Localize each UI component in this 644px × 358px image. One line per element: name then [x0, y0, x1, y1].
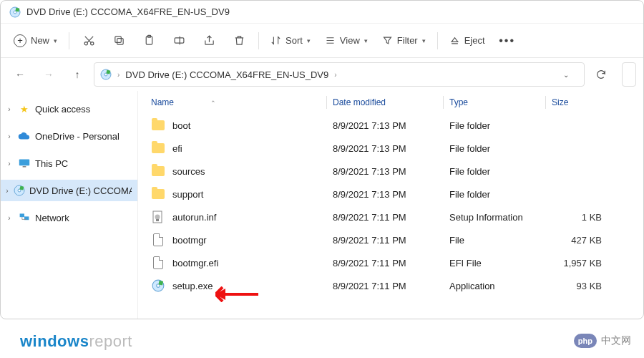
file-row[interactable]: sources8/9/2021 7:13 PMFile folder [138, 160, 643, 183]
chevron-right-icon: › [5, 214, 14, 222]
column-headers: Name ⌃ Date modified Type Size [138, 91, 643, 114]
sidebar-item-network[interactable]: › Network [1, 207, 137, 228]
back-button[interactable]: ← [8, 62, 32, 87]
file-type: File folder [444, 120, 545, 131]
paste-button[interactable] [135, 29, 162, 53]
navigation-sidebar: › ★ Quick access › OneDrive - Personal ›… [1, 91, 138, 319]
svg-rect-5 [117, 39, 123, 45]
file-date: 8/9/2021 7:11 PM [327, 281, 443, 291]
dvd-drive-icon [14, 184, 25, 197]
chevron-down-icon: ▾ [422, 37, 426, 44]
view-button[interactable]: View ▾ [319, 29, 374, 53]
refresh-button[interactable] [589, 62, 613, 87]
column-date[interactable]: Date modified [327, 97, 443, 107]
file-name: support [172, 189, 203, 200]
forward-button[interactable]: → [36, 62, 61, 87]
file-row[interactable]: support8/9/2021 7:13 PMFile folder [138, 183, 643, 205]
file-name: autorun.inf [172, 212, 216, 223]
cloud-icon [18, 130, 31, 142]
svg-rect-17 [19, 186, 24, 190]
sidebar-item-this-pc[interactable]: › This PC [1, 153, 137, 174]
more-button[interactable]: ••• [494, 29, 521, 53]
file-type: File folder [444, 143, 545, 154]
svg-rect-12 [106, 70, 110, 74]
dvd-drive-icon [100, 69, 112, 80]
address-row: ← → ↑ › DVD Drive (E:) CCCOMA_X64FRE_EN-… [1, 58, 643, 91]
inf-file-icon [152, 211, 165, 223]
plus-icon: + [14, 34, 26, 47]
chevron-down-icon: ▾ [307, 37, 311, 44]
file-type: Application [444, 281, 545, 291]
chevron-right-icon: › [5, 132, 14, 140]
folder-icon [152, 166, 165, 176]
chevron-down-icon: ▾ [54, 37, 57, 44]
ellipsis-icon: ••• [499, 34, 515, 47]
svg-point-4 [90, 42, 93, 45]
file-name: boot [172, 120, 190, 131]
column-name[interactable]: Name ⌃ [151, 97, 326, 107]
rename-button[interactable] [165, 29, 192, 53]
application-icon [152, 279, 165, 292]
svg-rect-25 [158, 281, 163, 286]
chevron-right-icon: › [334, 71, 336, 79]
file-type: File [444, 235, 545, 246]
window-title: DVD Drive (E:) CCCOMA_X64FRE_EN-US_DV9 [26, 6, 230, 17]
php-badge-icon: php [574, 334, 597, 348]
file-row[interactable]: setup.exe8/9/2021 7:11 PMApplication93 K… [138, 274, 643, 297]
address-dropdown-button[interactable]: ⌄ [554, 71, 578, 79]
file-type: File folder [444, 166, 545, 177]
file-name: sources [172, 166, 205, 177]
titlebar: DVD Drive (E:) CCCOMA_X64FRE_EN-US_DV9 [1, 1, 643, 24]
watermark-windowsreport: windowsreport [20, 332, 132, 351]
svg-rect-22 [156, 219, 159, 221]
chevron-right-icon: › [117, 71, 119, 79]
file-row[interactable]: autorun.inf8/9/2021 7:11 PMSetup Informa… [138, 205, 643, 228]
folder-icon [152, 120, 165, 130]
file-date: 8/9/2021 7:13 PM [327, 189, 443, 200]
file-row[interactable]: boot8/9/2021 7:13 PMFile folder [138, 114, 643, 137]
up-button[interactable]: ↑ [65, 62, 89, 87]
file-date: 8/9/2021 7:11 PM [327, 258, 443, 268]
file-row[interactable]: efi8/9/2021 7:13 PMFile folder [138, 137, 643, 160]
explorer-window: DVD Drive (E:) CCCOMA_X64FRE_EN-US_DV9 +… [0, 0, 644, 319]
file-date: 8/9/2021 7:11 PM [327, 235, 443, 246]
sort-button[interactable]: Sort ▾ [265, 29, 316, 53]
pc-icon [18, 157, 31, 170]
copy-button[interactable] [105, 29, 132, 53]
sidebar-item-dvd-drive[interactable]: › DVD Drive (E:) CCCOMA_X64FRE_EN-US_DV9 [1, 180, 137, 201]
breadcrumb-item[interactable]: DVD Drive (E:) CCCOMA_X64FRE_EN-US_DV9 [125, 69, 328, 80]
eject-button[interactable]: Eject [444, 29, 491, 53]
share-button[interactable] [195, 29, 223, 53]
chevron-right-icon: › [5, 187, 9, 195]
content-area: › ★ Quick access › OneDrive - Personal ›… [1, 91, 643, 319]
sidebar-item-onedrive[interactable]: › OneDrive - Personal [1, 125, 137, 147]
svg-point-3 [84, 42, 87, 45]
file-size: 93 KB [546, 281, 610, 291]
svg-rect-18 [20, 213, 24, 217]
file-row[interactable]: bootmgr8/9/2021 7:11 PMFile427 KB [138, 228, 643, 251]
column-type[interactable]: Type [444, 97, 545, 107]
file-size: 427 KB [546, 235, 610, 246]
svg-rect-13 [19, 159, 29, 165]
delete-button[interactable] [225, 29, 253, 53]
file-icon [153, 256, 163, 269]
cut-button[interactable] [75, 29, 102, 53]
star-icon: ★ [18, 102, 31, 115]
svg-point-21 [155, 215, 160, 220]
folder-icon [152, 189, 165, 199]
filter-button[interactable]: Filter ▾ [376, 29, 431, 53]
folder-icon [152, 143, 165, 153]
file-date: 8/9/2021 7:13 PM [327, 166, 443, 177]
new-button[interactable]: + New ▾ [8, 29, 63, 53]
address-bar[interactable]: › DVD Drive (E:) CCCOMA_X64FRE_EN-US_DV9… [94, 62, 585, 87]
file-type: File folder [444, 189, 545, 200]
column-size[interactable]: Size [546, 97, 610, 107]
chevron-right-icon: › [5, 160, 14, 168]
sidebar-item-quick-access[interactable]: › ★ Quick access [1, 98, 137, 120]
svg-rect-2 [15, 7, 19, 11]
search-input[interactable] [622, 62, 636, 87]
file-size: 1,957 KB [546, 258, 610, 268]
file-row[interactable]: bootmgr.efi8/9/2021 7:11 PMEFI File1,957… [138, 251, 643, 274]
annotation-arrow [215, 286, 258, 302]
file-name: setup.exe [172, 281, 213, 291]
